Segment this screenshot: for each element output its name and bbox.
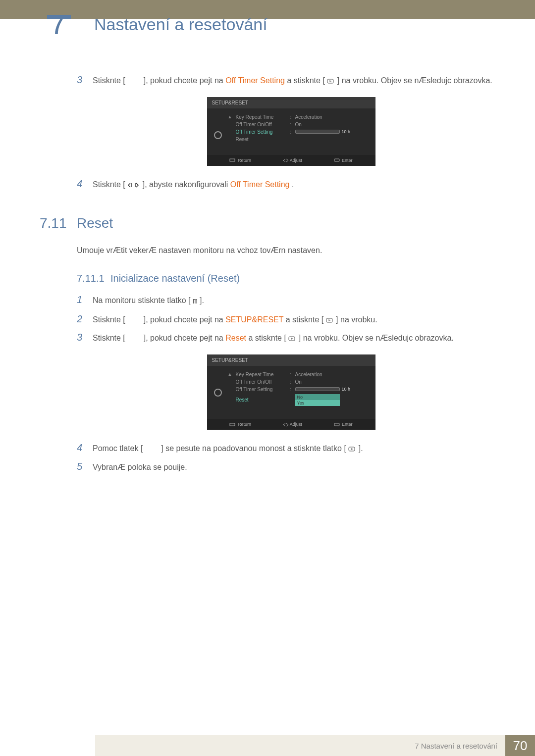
section-num: 7.11: [40, 215, 77, 231]
step-list-bottom-cont: 4 Pomoc tlatek [ ] se pesute na poadovan…: [77, 442, 505, 473]
subsection-title: Inicializace nastavení (Reset): [110, 273, 240, 284]
return-icon: [229, 423, 236, 427]
step-text: Na monitoru stisknte tlatko [ m ].: [93, 294, 204, 307]
osd-icon-col: [211, 113, 225, 143]
step-4: 4 Stisknte [ ], abyste nakonfigurovali O…: [77, 178, 505, 191]
left-right-icon: [127, 182, 140, 188]
osd-row-offset: Off Timer Setting : 10 h: [236, 386, 372, 393]
arrows-blank-icon: [127, 78, 141, 84]
step-2: 2 Stisknte [ ], pokud chcete pejt na SET…: [77, 313, 505, 326]
osd-menu: Key Repeat Time : Acceleration Off Timer…: [236, 113, 372, 143]
highlight: Off Timer Setting: [225, 76, 285, 85]
osd-row-reset: Reset No Yes: [236, 393, 372, 407]
adjust-label: Adjust: [283, 158, 302, 163]
adjust-icon: [283, 423, 289, 427]
step-3: 3 Stisknte [ ], pokud chcete pejt na Res…: [77, 332, 505, 345]
step-list-top: 3 Stisknte [ ], pokud chcete pejt na Off…: [77, 74, 505, 87]
svg-rect-5: [230, 423, 235, 426]
osd-footer: Return Adjust Enter: [207, 419, 375, 430]
subsection-heading: 7.11.1 Inicializace nastavení (Reset): [77, 273, 505, 284]
svg-rect-1: [230, 159, 235, 161]
gear-icon: [214, 131, 222, 139]
page-title: Nastavení a resetování: [94, 15, 535, 34]
step-text: Stisknte [ ], abyste nakonfigurovali Off…: [93, 178, 294, 191]
section-desc: Umouje vrÆtit vekerÆ nastaven monitoru n…: [77, 246, 505, 255]
enter-label: Enter: [334, 422, 353, 427]
arrows-blank-icon: [145, 446, 159, 452]
section-title: Reset: [77, 215, 113, 231]
highlight: Reset: [225, 334, 246, 342]
step-num: 4: [77, 442, 93, 454]
adjust-icon: [283, 158, 289, 162]
step-3: 3 Stisknte [ ], pokud chcete pejt na Off…: [77, 74, 505, 87]
step-text: Stisknte [ ], pokud chcete pejt na Reset…: [93, 332, 454, 345]
step-5: 5 VybranÆ poloka se pouije.: [77, 461, 505, 474]
return-label: Return: [229, 158, 251, 163]
osd-row-reset: Reset: [236, 136, 372, 143]
svg-rect-6: [334, 423, 339, 426]
step-1: 1 Na monitoru stisknte tlatko [ m ].: [77, 294, 505, 307]
step-text: Stisknte [ ], pokud chcete pejt na Off T…: [93, 74, 492, 87]
enter-icon: [334, 423, 341, 427]
dropdown-yes: Yes: [295, 400, 340, 406]
osd-footer: Return Adjust Enter: [207, 155, 375, 166]
step-list-top-cont: 4 Stisknte [ ], abyste nakonfigurovali O…: [77, 178, 505, 191]
adjust-label: Adjust: [283, 422, 302, 427]
svg-rect-2: [334, 159, 339, 161]
return-label: Return: [229, 422, 251, 427]
osd-row-offtimer: Off Timer On/Off : On: [236, 121, 372, 128]
highlight: Off Timer Setting: [230, 180, 290, 189]
step-text: Stisknte [ ], pokud chcete pejt na SETUP…: [93, 313, 377, 326]
step-num: 3: [77, 74, 93, 86]
step-4: 4 Pomoc tlatek [ ] se pesute na poadovan…: [77, 442, 505, 455]
step-num: 5: [77, 461, 93, 472]
arrows-blank-icon: [127, 336, 141, 342]
step-num: 3: [77, 332, 93, 343]
osd-title: SETUP&RESET: [207, 354, 375, 366]
chapter-tab: 7 Nastavení a resetování: [0, 15, 535, 40]
step-text: Pomoc tlatek [ ] se pesute na poadovanou…: [93, 442, 363, 455]
enter-icon: [326, 317, 334, 323]
osd-row-offtimer: Off Timer On/Off : On: [236, 378, 372, 386]
tab-accent: [47, 15, 71, 19]
arrows-blank-icon: [127, 317, 141, 323]
slider-bar: [295, 130, 340, 134]
osd-menu: Key Repeat Time : Acceleration Off Timer…: [236, 371, 372, 407]
step-text: VybranÆ poloka se pouije.: [93, 461, 187, 474]
gear-icon: [214, 389, 222, 397]
enter-icon: [334, 158, 341, 162]
step-num: 4: [77, 178, 93, 190]
osd-arrow: ▲: [228, 113, 233, 143]
osd-row-offset: Off Timer Setting : 10 h: [236, 128, 372, 136]
osd-screenshot-2: SETUP&RESET ▲ Key Repeat Time : Accelera…: [207, 354, 375, 430]
reset-dropdown: No Yes: [295, 394, 340, 406]
slider-bar: [295, 387, 340, 391]
step-list-bottom: 1 Na monitoru stisknte tlatko [ m ]. 2 S…: [77, 294, 505, 345]
osd-arrow: ▲: [228, 371, 233, 407]
return-icon: [229, 158, 236, 162]
section-heading: 7.11 Reset: [40, 215, 505, 231]
dropdown-no: No: [295, 394, 340, 400]
enter-icon: [348, 446, 356, 452]
step-num: 1: [77, 294, 93, 305]
osd-row-keyrepeat: Key Repeat Time : Acceleration: [236, 113, 372, 121]
enter-icon: [288, 336, 296, 342]
osd-row-keyrepeat: Key Repeat Time : Acceleration: [236, 371, 372, 378]
highlight: SETUP&RESET: [225, 315, 283, 324]
enter-label: Enter: [334, 158, 353, 163]
osd-icon-col: [211, 371, 225, 407]
enter-icon: [327, 78, 335, 84]
subsection-num: 7.11.1: [77, 273, 110, 284]
osd-screenshot-1: SETUP&RESET ▲ Key Repeat Time : Accelera…: [207, 97, 375, 166]
menu-button-icon: m: [193, 295, 198, 307]
osd-title: SETUP&RESET: [207, 97, 375, 108]
step-num: 2: [77, 313, 93, 325]
